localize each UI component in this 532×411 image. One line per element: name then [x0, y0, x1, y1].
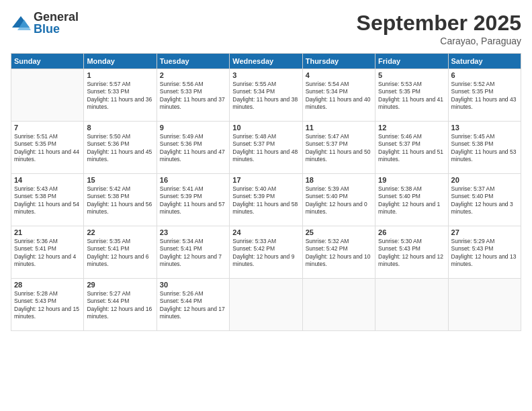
calendar-day: 21Sunrise: 5:36 AMSunset: 5:41 PMDayligh… — [11, 226, 84, 279]
calendar-day — [448, 279, 521, 331]
calendar-day: 12Sunrise: 5:46 AMSunset: 5:37 PMDayligh… — [375, 122, 448, 174]
day-number: 1 — [87, 71, 153, 79]
month-title: September 2025 — [357, 11, 521, 36]
calendar-week-1: 1Sunrise: 5:57 AMSunset: 5:33 PMDaylight… — [11, 69, 521, 122]
calendar-week-4: 21Sunrise: 5:36 AMSunset: 5:41 PMDayligh… — [11, 226, 521, 279]
day-number: 18 — [306, 176, 372, 184]
day-number: 6 — [451, 71, 518, 79]
col-monday: Monday — [84, 54, 157, 69]
header-row: Sunday Monday Tuesday Wednesday Thursday… — [11, 54, 521, 69]
day-detail: Sunrise: 5:50 AMSunset: 5:36 PMDaylight:… — [87, 133, 153, 164]
day-detail: Sunrise: 5:46 AMSunset: 5:37 PMDaylight:… — [378, 133, 445, 164]
col-tuesday: Tuesday — [157, 54, 229, 69]
calendar-day: 30Sunrise: 5:26 AMSunset: 5:44 PMDayligh… — [157, 279, 229, 331]
location-subtitle: Carayao, Paraguay — [357, 36, 521, 46]
day-detail: Sunrise: 5:56 AMSunset: 5:33 PMDaylight:… — [160, 81, 226, 111]
logo-general: General — [34, 11, 79, 23]
calendar-day: 4Sunrise: 5:54 AMSunset: 5:34 PMDaylight… — [302, 69, 375, 122]
day-number: 26 — [378, 228, 445, 236]
calendar-day: 25Sunrise: 5:32 AMSunset: 5:42 PMDayligh… — [302, 226, 375, 279]
calendar-day — [11, 69, 84, 122]
calendar-table: Sunday Monday Tuesday Wednesday Thursday… — [11, 53, 521, 331]
day-detail: Sunrise: 5:26 AMSunset: 5:44 PMDaylight:… — [160, 290, 226, 321]
day-number: 3 — [232, 71, 299, 79]
day-number: 28 — [14, 281, 81, 289]
day-number: 12 — [378, 124, 445, 132]
calendar-day — [302, 279, 375, 331]
day-detail: Sunrise: 5:57 AMSunset: 5:33 PMDaylight:… — [87, 81, 153, 111]
day-number: 13 — [451, 124, 518, 132]
day-number: 8 — [87, 124, 153, 132]
calendar-day: 17Sunrise: 5:40 AMSunset: 5:39 PMDayligh… — [230, 174, 302, 226]
day-detail: Sunrise: 5:48 AMSunset: 5:37 PMDaylight:… — [232, 133, 299, 164]
day-detail: Sunrise: 5:37 AMSunset: 5:40 PMDaylight:… — [451, 185, 518, 216]
day-number: 4 — [306, 71, 372, 79]
day-detail: Sunrise: 5:55 AMSunset: 5:34 PMDaylight:… — [232, 81, 299, 111]
day-detail: Sunrise: 5:38 AMSunset: 5:40 PMDaylight:… — [378, 185, 445, 216]
day-detail: Sunrise: 5:54 AMSunset: 5:34 PMDaylight:… — [306, 81, 372, 111]
col-wednesday: Wednesday — [230, 54, 302, 69]
calendar-day: 2Sunrise: 5:56 AMSunset: 5:33 PMDaylight… — [157, 69, 229, 122]
col-saturday: Saturday — [448, 54, 521, 69]
calendar-day: 27Sunrise: 5:29 AMSunset: 5:43 PMDayligh… — [448, 226, 521, 279]
calendar-day: 29Sunrise: 5:27 AMSunset: 5:44 PMDayligh… — [84, 279, 157, 331]
day-number: 9 — [160, 124, 226, 132]
day-number: 19 — [378, 176, 445, 184]
calendar-day: 5Sunrise: 5:53 AMSunset: 5:35 PMDaylight… — [375, 69, 448, 122]
calendar-day: 26Sunrise: 5:30 AMSunset: 5:43 PMDayligh… — [375, 226, 448, 279]
day-detail: Sunrise: 5:40 AMSunset: 5:39 PMDaylight:… — [232, 185, 299, 216]
day-detail: Sunrise: 5:27 AMSunset: 5:44 PMDaylight:… — [87, 290, 153, 321]
calendar-page: General Blue September 2025 Carayao, Par… — [0, 0, 532, 411]
day-number: 14 — [14, 176, 81, 184]
calendar-day: 6Sunrise: 5:52 AMSunset: 5:35 PMDaylight… — [448, 69, 521, 122]
calendar-day: 16Sunrise: 5:41 AMSunset: 5:39 PMDayligh… — [157, 174, 229, 226]
day-number: 29 — [87, 281, 153, 289]
day-number: 27 — [451, 228, 518, 236]
calendar-week-5: 28Sunrise: 5:28 AMSunset: 5:43 PMDayligh… — [11, 279, 521, 331]
day-number: 20 — [451, 176, 518, 184]
day-detail: Sunrise: 5:43 AMSunset: 5:38 PMDaylight:… — [14, 185, 81, 216]
col-friday: Friday — [375, 54, 448, 69]
calendar-day: 18Sunrise: 5:39 AMSunset: 5:40 PMDayligh… — [302, 174, 375, 226]
day-detail: Sunrise: 5:49 AMSunset: 5:36 PMDaylight:… — [160, 133, 226, 164]
day-detail: Sunrise: 5:35 AMSunset: 5:41 PMDaylight:… — [87, 238, 153, 269]
calendar-day: 13Sunrise: 5:45 AMSunset: 5:38 PMDayligh… — [448, 122, 521, 174]
calendar-day: 28Sunrise: 5:28 AMSunset: 5:43 PMDayligh… — [11, 279, 84, 331]
day-number: 25 — [306, 228, 372, 236]
day-number: 15 — [87, 176, 153, 184]
day-detail: Sunrise: 5:47 AMSunset: 5:37 PMDaylight:… — [306, 133, 372, 164]
calendar-week-2: 7Sunrise: 5:51 AMSunset: 5:35 PMDaylight… — [11, 122, 521, 174]
day-number: 30 — [160, 281, 226, 289]
day-number: 2 — [160, 71, 226, 79]
day-number: 7 — [14, 124, 81, 132]
day-number: 24 — [232, 228, 299, 236]
day-detail: Sunrise: 5:33 AMSunset: 5:42 PMDaylight:… — [232, 238, 299, 269]
calendar-day — [375, 279, 448, 331]
title-block: September 2025 Carayao, Paraguay — [357, 11, 521, 46]
day-detail: Sunrise: 5:29 AMSunset: 5:43 PMDaylight:… — [451, 238, 518, 269]
calendar-week-3: 14Sunrise: 5:43 AMSunset: 5:38 PMDayligh… — [11, 174, 521, 226]
logo: General Blue — [11, 11, 79, 35]
calendar-day: 1Sunrise: 5:57 AMSunset: 5:33 PMDaylight… — [84, 69, 157, 122]
day-detail: Sunrise: 5:39 AMSunset: 5:40 PMDaylight:… — [306, 185, 372, 216]
day-number: 10 — [232, 124, 299, 132]
logo-blue: Blue — [34, 23, 79, 35]
calendar-day: 10Sunrise: 5:48 AMSunset: 5:37 PMDayligh… — [230, 122, 302, 174]
day-detail: Sunrise: 5:30 AMSunset: 5:43 PMDaylight:… — [378, 238, 445, 269]
calendar-day: 20Sunrise: 5:37 AMSunset: 5:40 PMDayligh… — [448, 174, 521, 226]
day-detail: Sunrise: 5:53 AMSunset: 5:35 PMDaylight:… — [378, 81, 445, 111]
header: General Blue September 2025 Carayao, Par… — [11, 11, 521, 46]
day-number: 16 — [160, 176, 226, 184]
day-detail: Sunrise: 5:41 AMSunset: 5:39 PMDaylight:… — [160, 185, 226, 216]
day-detail: Sunrise: 5:45 AMSunset: 5:38 PMDaylight:… — [451, 133, 518, 164]
calendar-day: 7Sunrise: 5:51 AMSunset: 5:35 PMDaylight… — [11, 122, 84, 174]
day-detail: Sunrise: 5:34 AMSunset: 5:41 PMDaylight:… — [160, 238, 226, 269]
col-sunday: Sunday — [11, 54, 84, 69]
day-detail: Sunrise: 5:52 AMSunset: 5:35 PMDaylight:… — [451, 81, 518, 111]
day-detail: Sunrise: 5:28 AMSunset: 5:43 PMDaylight:… — [14, 290, 81, 321]
calendar-day: 3Sunrise: 5:55 AMSunset: 5:34 PMDaylight… — [230, 69, 302, 122]
calendar-day: 19Sunrise: 5:38 AMSunset: 5:40 PMDayligh… — [375, 174, 448, 226]
day-number: 5 — [378, 71, 445, 79]
day-detail: Sunrise: 5:32 AMSunset: 5:42 PMDaylight:… — [306, 238, 372, 269]
calendar-day: 24Sunrise: 5:33 AMSunset: 5:42 PMDayligh… — [230, 226, 302, 279]
